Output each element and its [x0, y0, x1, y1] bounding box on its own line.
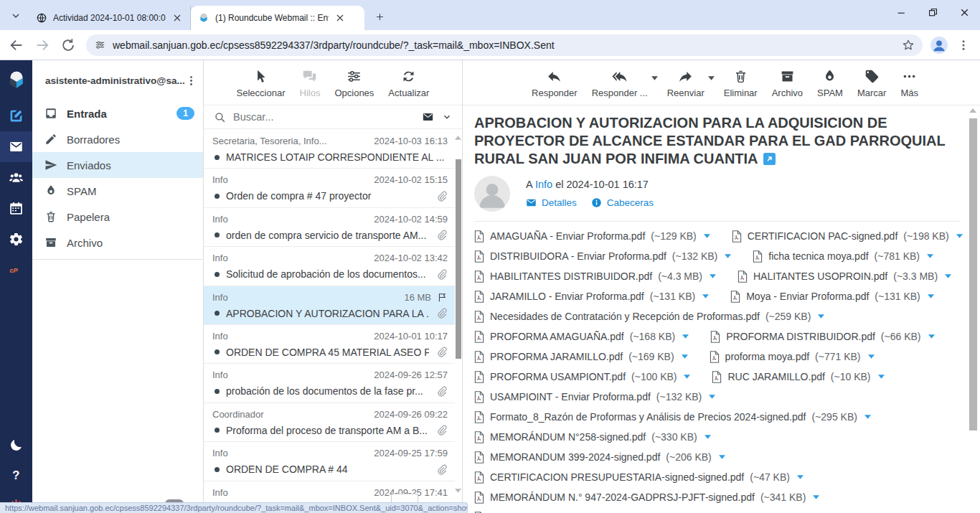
attachment-item[interactable]: Moya - Enviar Proforma.pdf(~131 KB): [730, 291, 934, 303]
caret-down[interactable]: [864, 415, 871, 419]
browser-tab-active[interactable]: (1) Roundcube Webmail :: Envia: [191, 6, 364, 30]
scroll-up-arrow[interactable]: [969, 108, 976, 113]
message-list-item[interactable]: Info2024-09-26 12:57probación de los doc…: [204, 364, 455, 403]
folder-options-icon[interactable]: [185, 75, 197, 87]
caret-down[interactable]: [956, 234, 963, 238]
address-bar[interactable]: webmail.sanjuan.gob.ec/cpsess8592294337/…: [86, 34, 923, 56]
attachment-item[interactable]: proforma moya.pdf(~771 KB): [710, 351, 875, 363]
back-button[interactable]: [9, 37, 24, 53]
compose-nav-button[interactable]: [0, 100, 32, 131]
attachment-item[interactable]: MEMORANDUM 399-2024-signed.pdf(~206 KB): [474, 451, 725, 463]
help-nav-button[interactable]: ?: [0, 460, 32, 490]
dark-mode-nav-button[interactable]: [0, 430, 32, 460]
más-button[interactable]: Más: [894, 65, 925, 101]
caret-down[interactable]: [682, 354, 688, 359]
caret-down[interactable]: [928, 334, 935, 339]
scroll-down-arrow[interactable]: [455, 488, 461, 494]
details-toggle[interactable]: Detalles: [526, 197, 577, 208]
url-text[interactable]: webmail.sanjuan.gob.ec/cpsess8592294337/…: [113, 39, 894, 51]
close-icon[interactable]: [334, 12, 346, 24]
attachment-item[interactable]: PROFORMA AMAGUAÑA.pdf(~168 KB): [474, 331, 689, 343]
attachment-item[interactable]: CERTIFICACION PAC-signed.pdf(~198 KB): [732, 230, 963, 243]
caret-down[interactable]: [928, 294, 934, 298]
attachment-item[interactable]: MEMORÁNDUM N°258-signed.pdf(~330 KB): [474, 431, 711, 443]
caret-down[interactable]: [927, 254, 933, 258]
opciones-button[interactable]: Opciones: [328, 65, 380, 101]
actualizar-button[interactable]: Actualizar: [382, 65, 435, 101]
caret-down[interactable]: [719, 455, 725, 459]
minimize-button[interactable]: [885, 0, 917, 24]
caret-down[interactable]: [818, 314, 824, 319]
folder-item-borradores[interactable]: Borradores: [32, 126, 203, 152]
folder-item-spam[interactable]: SPAM: [32, 178, 203, 204]
message-scrollbar[interactable]: [969, 118, 977, 430]
attachment-item[interactable]: MEMORÁNDUM N.° 947-2024-GADPRSJ-PJFT-sig…: [474, 491, 819, 504]
caret-down[interactable]: [704, 234, 710, 238]
caret-down[interactable]: [797, 475, 804, 479]
caret-down[interactable]: [945, 274, 951, 278]
caret-down[interactable]: [710, 274, 716, 278]
browser-menu-icon[interactable]: [957, 39, 970, 52]
caret-down[interactable]: [702, 294, 709, 298]
headers-toggle[interactable]: Cabeceras: [591, 197, 654, 208]
attachment-item[interactable]: AMAGUAÑA - Enviar Proforma.pdf(~129 KB): [474, 230, 710, 243]
reenviar-button[interactable]: Reenviar: [661, 65, 711, 101]
cpanel-nav-button[interactable]: cP: [0, 255, 32, 286]
message-list-item[interactable]: Secretaria, Tesoreria, Info...2024-10-03…: [204, 130, 455, 169]
message-list-item[interactable]: Info2024-10-02 15:15Orden de compra # 47…: [204, 169, 455, 207]
folder-item-archivo[interactable]: Archivo: [32, 230, 203, 255]
caret-down[interactable]: [684, 375, 690, 379]
list-scrollbar[interactable]: [456, 159, 461, 359]
caret-down[interactable]: [725, 254, 731, 258]
attachment-item[interactable]: PROFORMA USAMPIONT.pdf(~100 KB): [474, 371, 690, 383]
close-icon[interactable]: [171, 12, 183, 24]
spam-button[interactable]: SPAM: [811, 65, 849, 101]
recipient-link[interactable]: Info: [535, 179, 552, 190]
responder-button[interactable]: Responder ...: [585, 65, 654, 101]
caret-down[interactable]: [868, 354, 875, 359]
folder-item-enviados[interactable]: Enviados: [32, 152, 203, 178]
restore-button[interactable]: [917, 0, 948, 24]
message-list-item[interactable]: Info16 MBAPROBACION Y AUTORIZACION PARA …: [204, 286, 455, 325]
attachment-item[interactable]: HABILITANTES DISTRIBUIDOR.pdf(~4.3 MB): [474, 270, 716, 283]
search-input[interactable]: Buscar...: [233, 111, 414, 123]
calendar-nav-button[interactable]: [0, 193, 32, 224]
seleccionar-button[interactable]: Seleccionar: [230, 65, 292, 101]
marcar-button[interactable]: Marcar: [851, 65, 892, 101]
caret-down[interactable]: [813, 495, 819, 499]
site-settings-icon[interactable]: [95, 39, 105, 50]
attachment-item[interactable]: HALITANTES USOPROIN.pdf(~3.3 MB): [738, 270, 951, 283]
open-in-new-window-icon[interactable]: [763, 153, 776, 165]
attachment-item[interactable]: ficha tecnica moya.pdf(~781 KB): [753, 250, 933, 263]
reload-button[interactable]: [60, 37, 76, 53]
settings-nav-button[interactable]: [0, 224, 32, 255]
caret-down[interactable]: [709, 395, 715, 399]
forward-button[interactable]: [34, 37, 50, 53]
new-tab-button[interactable]: [370, 7, 389, 26]
archivo-button[interactable]: Archivo: [765, 65, 809, 101]
scroll-up-arrow[interactable]: [455, 135, 461, 141]
search-options-caret-icon[interactable]: [442, 112, 452, 122]
search-bar[interactable]: Buscar...: [204, 105, 462, 129]
roundcube-logo-nav-button[interactable]: [0, 60, 32, 100]
folder-item-papelera[interactable]: Papelera: [32, 204, 203, 230]
eliminar-button[interactable]: Eliminar: [717, 65, 764, 101]
profile-avatar[interactable]: [930, 36, 948, 55]
flag-icon[interactable]: [437, 292, 448, 303]
bookmark-star-icon[interactable]: [901, 38, 915, 52]
message-list-item[interactable]: Info2024-10-01 10:17ORDEN DE COMPRA 45 M…: [204, 325, 455, 364]
message-list-item[interactable]: Info2024-10-02 13:42Solicitud de aprobac…: [204, 247, 455, 286]
caret-down[interactable]: [705, 435, 711, 439]
caret-down[interactable]: [878, 375, 885, 379]
tab-search-button[interactable]: [6, 6, 26, 26]
folder-item-entrada[interactable]: Entrada1: [32, 100, 203, 126]
attachment-item[interactable]: Formato_8_Razón de Proformas y Análisis …: [474, 411, 871, 423]
attachment-item[interactable]: USAMPIOINT - Enviar Proforma.pdf(~132 KB…: [474, 391, 715, 403]
responder-button[interactable]: Responder: [525, 65, 584, 101]
browser-tab-inactive[interactable]: Actividad 2024-10-01 08:00:00: [29, 6, 191, 30]
attachment-item[interactable]: Necesidades de Contratación y Recepción …: [474, 311, 824, 323]
contacts-nav-button[interactable]: [0, 162, 32, 193]
attachment-item[interactable]: PROFORMA DISTRIBUIDOR.pdf(~66 KB): [710, 331, 934, 343]
message-list-item[interactable]: Info2024-09-25 17:59ORDEN DE COMPRA # 44: [204, 442, 455, 481]
attachment-item[interactable]: PROFORMA JARAMILLO.pdf(~169 KB): [474, 351, 688, 363]
